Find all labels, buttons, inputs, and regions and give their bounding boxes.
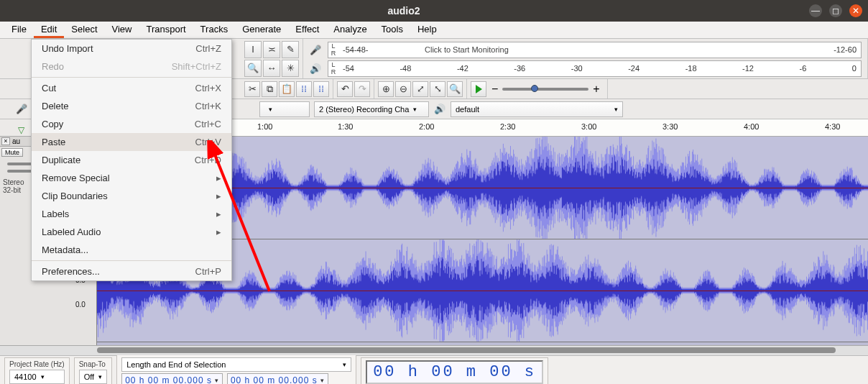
menu-entry-copy[interactable]: CopyCtrl+C — [32, 115, 231, 133]
window-close-button[interactable]: ✕ — [849, 4, 862, 17]
timeline-tick: 4:30 — [825, 122, 840, 131]
menu-item-select[interactable]: Select — [64, 22, 104, 38]
timeshift-tool-icon[interactable]: ↔ — [263, 60, 280, 77]
menu-entry-undo-import[interactable]: Undo ImportCtrl+Z — [32, 40, 231, 58]
timeline-tick: 1:30 — [338, 122, 353, 131]
menu-entry-remove-special[interactable]: Remove Special▸ — [32, 169, 231, 187]
timeline-tick: 3:30 — [662, 122, 678, 131]
menu-item-help[interactable]: Help — [410, 22, 444, 38]
audio-position: 00 h 00 m 00 s — [366, 360, 543, 384]
timeline-tick: 4:00 — [744, 122, 759, 131]
menu-item-transport[interactable]: Transport — [139, 22, 193, 38]
menu-entry-paste[interactable]: PasteCtrl+V — [32, 133, 231, 151]
menu-entry-cut[interactable]: CutCtrl+X — [32, 79, 231, 97]
meter-hint: Click to Start Monitoring — [425, 45, 509, 54]
selection-end-field[interactable]: 00 h 00 m 00.000 s▾ — [227, 373, 328, 385]
selection-mode-select[interactable]: Length and End of Selection▾ — [121, 357, 351, 372]
project-rate-box: Project Rate (Hz) 44100▾ — [4, 357, 70, 384]
redo-icon[interactable]: ↷ — [354, 81, 370, 97]
track-close-button[interactable]: × — [1, 137, 10, 145]
mic-device-icon: 🎤 — [14, 101, 29, 117]
wave-scale-zero: 0.0 — [75, 301, 86, 308]
scrollbar-thumb[interactable] — [97, 347, 836, 353]
menu-entry-redo: RedoShift+Ctrl+Z — [32, 58, 231, 76]
fit-selection-icon[interactable]: ⤢ — [412, 81, 428, 97]
zoom-tool-icon[interactable]: 🔍 — [244, 60, 262, 77]
envelope-tool-icon[interactable]: ≍ — [263, 41, 280, 58]
menu-item-analyze[interactable]: Analyze — [326, 22, 374, 38]
speaker-icon[interactable]: 🔊 — [307, 60, 324, 77]
selection-box: Length and End of Selection▾ 00 h 00 m 0… — [116, 355, 356, 385]
timeline-tick: 2:30 — [500, 122, 515, 131]
snap-to-box: Snap-To Off▾ — [74, 357, 112, 384]
multi-tool-icon[interactable]: ✳ — [282, 60, 299, 77]
project-rate-select[interactable]: 44100▾ — [9, 370, 65, 384]
menu-item-view[interactable]: View — [105, 22, 139, 38]
zoom-in-icon[interactable]: ⊕ — [378, 81, 394, 97]
undo-group: ↶ ↷ — [333, 79, 374, 99]
window-maximize-button[interactable]: ◻ — [829, 4, 842, 17]
rec-channels-select[interactable]: 2 (Stereo) Recording Cha▾ — [314, 101, 429, 117]
meter-group: 🎤 LR -54-48- Click to Start Monitoring -… — [303, 39, 868, 78]
zoom-out-icon[interactable]: ⊖ — [395, 81, 411, 97]
window-minimize-button[interactable]: — — [809, 4, 822, 17]
selection-toolbar: Project Rate (Hz) 44100▾ Snap-To Off▾ Le… — [0, 355, 868, 384]
paste-icon[interactable]: 📋 — [279, 81, 295, 97]
timeline-tick: 3:00 — [581, 122, 596, 131]
undo-icon[interactable]: ↶ — [337, 81, 353, 97]
window-title: audio2 — [6, 5, 802, 17]
silence-icon[interactable]: ⁞⁞ — [313, 81, 329, 97]
clipboard-group: ✂ ⧉ 📋 ⁞⁞ ⁞⁞ — [241, 79, 333, 99]
rec-device-select[interactable]: ▾ — [259, 101, 310, 117]
copy-icon[interactable]: ⧉ — [262, 81, 277, 97]
timeline-tick: 1:00 — [257, 122, 272, 131]
horizontal-scrollbar[interactable] — [0, 345, 868, 355]
menu-item-file[interactable]: File — [4, 22, 34, 38]
menu-item-generate[interactable]: Generate — [235, 22, 288, 38]
menu-entry-preferences-[interactable]: Preferences...Ctrl+P — [32, 262, 231, 280]
playback-meter[interactable]: LR -54-48-42-36-30-24-18-12-60 — [328, 60, 862, 77]
play-device-select[interactable]: default▾ — [451, 101, 623, 117]
selection-tool-icon[interactable]: I — [244, 41, 262, 58]
mute-button[interactable]: Mute — [1, 148, 23, 157]
timeline-tick: 2:00 — [419, 122, 434, 131]
menu-item-effect[interactable]: Effect — [288, 22, 326, 38]
menu-item-tools[interactable]: Tools — [374, 22, 410, 38]
play-button[interactable] — [471, 81, 486, 97]
menu-item-edit[interactable]: Edit — [34, 22, 64, 38]
fit-project-icon[interactable]: ⤡ — [430, 81, 445, 97]
cut-icon[interactable]: ✂ — [244, 81, 260, 97]
menu-entry-labels[interactable]: Labels▸ — [32, 205, 231, 223]
menu-entry-duplicate[interactable]: DuplicateCtrl+D — [32, 151, 231, 169]
menu-item-tracks[interactable]: Tracks — [193, 22, 236, 38]
zoom-group: ⊕ ⊖ ⤢ ⤡ 🔍 — [374, 79, 467, 99]
draw-tool-icon[interactable]: ✎ — [282, 41, 299, 58]
playback-speed-slider[interactable] — [502, 88, 588, 91]
recording-meter[interactable]: LR -54-48- Click to Start Monitoring -12… — [328, 42, 862, 58]
tool-group-edit-tools: I ≍ ✎ 🔍 ↔ ✳ — [241, 39, 303, 78]
pin-icon[interactable]: ▽ — [12, 122, 29, 139]
audio-position-box: 00 h 00 m 00 s — [361, 357, 548, 384]
window-titlebar: audio2 — ◻ ✕ — [0, 0, 868, 22]
transport-mini-group: − + — [467, 79, 608, 99]
menu-entry-metadata-[interactable]: Metadata... — [32, 241, 231, 259]
menubar: FileEditSelectViewTransportTracksGenerat… — [0, 22, 868, 39]
speaker-device-icon: 🔊 — [432, 101, 448, 117]
trim-icon[interactable]: ⁞⁞ — [296, 81, 312, 97]
menu-entry-clip-boundaries[interactable]: Clip Boundaries▸ — [32, 187, 231, 205]
menu-entry-labeled-audio[interactable]: Labeled Audio▸ — [32, 223, 231, 241]
mic-icon[interactable]: 🎤 — [307, 41, 324, 58]
selection-start-field[interactable]: 00 h 00 m 00.000 s▾ — [121, 373, 223, 385]
menu-entry-delete[interactable]: DeleteCtrl+K — [32, 97, 231, 115]
edit-menu-dropdown[interactable]: Undo ImportCtrl+ZRedoShift+Ctrl+ZCutCtrl… — [31, 39, 232, 281]
snap-to-select[interactable]: Off▾ — [79, 370, 107, 384]
zoom-toggle-icon[interactable]: 🔍 — [447, 81, 463, 97]
